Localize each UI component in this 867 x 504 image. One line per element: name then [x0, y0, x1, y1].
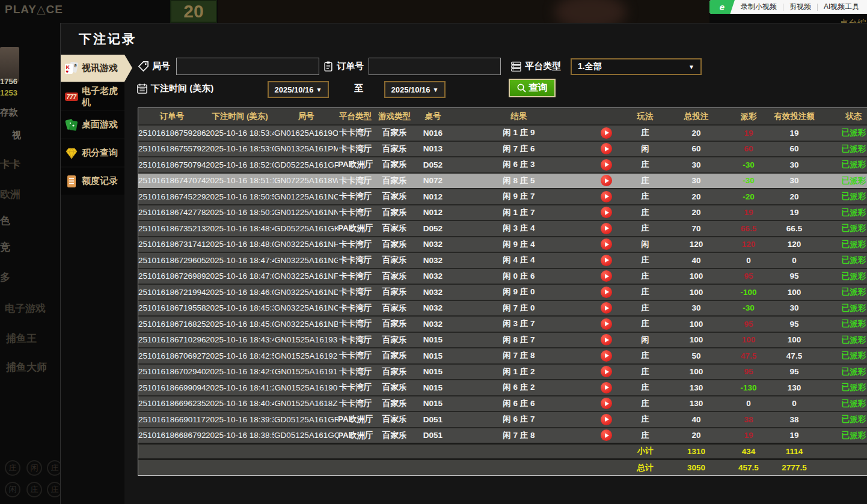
- cell-valid: 19: [771, 428, 818, 444]
- cell-result: 闲 1 庄 9: [450, 125, 588, 141]
- replay-button[interactable]: [601, 287, 612, 298]
- table-row[interactable]: 2510161866867922025-10-16 18:38:54GD0512…: [138, 428, 867, 444]
- cell-platform: 卡卡湾厅: [338, 237, 373, 253]
- table-row[interactable]: 2510161867427782025-10-16 18:50:21GN0122…: [138, 205, 867, 221]
- table-row[interactable]: 2510161867168252025-10-16 18:45:01GN0322…: [138, 316, 867, 332]
- cell-table: N015: [416, 396, 450, 412]
- cell-round: GN01525A16190: [274, 380, 338, 396]
- table-row[interactable]: 2510161866990942025-10-16 18:41:21GN0152…: [138, 380, 867, 396]
- table-row[interactable]: 2510161867592862025-10-16 18:53:47GN0162…: [138, 125, 867, 141]
- table-row[interactable]: 2510161867452292025-10-16 18:50:50GN0122…: [138, 189, 867, 205]
- cell-time: 2025-10-16 18:46:05: [206, 284, 274, 300]
- cell-payout: -20: [726, 189, 771, 205]
- record-clip-button[interactable]: 录制小视频: [735, 2, 783, 12]
- cell-table: N012: [416, 205, 450, 221]
- replay-button[interactable]: [601, 302, 612, 314]
- platform-type-value: 1.全部: [578, 61, 602, 72]
- round-id-input[interactable]: [176, 58, 319, 75]
- cell-play: [588, 141, 624, 157]
- replay-button[interactable]: [601, 255, 612, 266]
- replay-button[interactable]: [601, 398, 612, 409]
- cell-method: 庄: [624, 252, 666, 269]
- cell-platform: 卡卡湾厅: [338, 141, 373, 157]
- date-from-select[interactable]: 2025/10/16 ▼: [268, 81, 329, 98]
- table-row[interactable]: 2510161866901172025-10-16 18:39:36GD0512…: [138, 411, 867, 428]
- table-row[interactable]: 2510161867069272025-10-16 18:42:58GN0152…: [138, 348, 867, 364]
- search-button[interactable]: 查询: [509, 79, 556, 97]
- table-row[interactable]: 2510161867317412025-10-16 18:48:05GN0322…: [138, 237, 867, 253]
- cell-play: [588, 428, 624, 444]
- table-row[interactable]: 2510161867507942025-10-16 18:52:00GD0522…: [138, 157, 867, 173]
- table-row[interactable]: 2510161867195582025-10-16 18:45:33GN0322…: [138, 300, 867, 317]
- cell-method: 闲: [624, 237, 666, 253]
- cell-total: 100: [666, 364, 726, 380]
- cell-valid: 0: [771, 396, 818, 412]
- cell-table: N032: [416, 269, 450, 285]
- replay-button[interactable]: [601, 143, 612, 154]
- platform-type-select[interactable]: 1.全部 ▼: [571, 58, 702, 75]
- replay-button[interactable]: [601, 191, 612, 202]
- sidebar-item-table-games[interactable]: 桌面游戏: [61, 111, 124, 138]
- roadmap-bead: 闲: [5, 482, 20, 497]
- cell-table: D052: [416, 220, 450, 237]
- order-id-input[interactable]: [369, 58, 501, 75]
- replay-button[interactable]: [601, 366, 612, 377]
- cell-result: 闲 0 庄 6: [450, 269, 588, 285]
- table-row[interactable]: 2510161867102962025-10-16 18:43:41GN0152…: [138, 332, 867, 348]
- table-row[interactable]: 2510161867470742025-10-16 18:51:15GN0722…: [138, 173, 867, 189]
- replay-button[interactable]: [601, 318, 612, 330]
- replay-button[interactable]: [601, 175, 612, 186]
- cell-result: 闲 1 庄 2: [450, 364, 588, 380]
- cell-payout: 47.5: [726, 348, 771, 364]
- cell-total: 120: [666, 237, 726, 253]
- replay-button[interactable]: [601, 414, 612, 425]
- cell-status: 已派彩: [818, 189, 867, 205]
- cell-platform: 卡卡湾厅: [338, 316, 373, 332]
- clipboard-icon: [323, 61, 334, 72]
- capture-app-icon[interactable]: e: [709, 0, 735, 14]
- sidebar-item-live-games[interactable]: 9 K ♥ 视讯游戏: [61, 55, 124, 82]
- table-row[interactable]: 2510161867269892025-10-16 18:47:07GN0322…: [138, 269, 867, 285]
- sidebar-item-credit-records[interactable]: 额度记录: [61, 168, 124, 195]
- replay-button[interactable]: [601, 238, 612, 250]
- cut-video-button[interactable]: 剪视频: [783, 2, 817, 12]
- replay-button[interactable]: [601, 207, 612, 218]
- cell-game: 百家乐: [373, 252, 416, 269]
- roadmap-bead: 庄: [26, 482, 42, 497]
- replay-button[interactable]: [601, 127, 612, 139]
- replay-button[interactable]: [601, 159, 612, 171]
- cell-order: 251016186747074: [138, 173, 206, 189]
- table-row[interactable]: 2510161867219942025-10-16 18:46:05GN0322…: [138, 284, 867, 300]
- replay-button[interactable]: [601, 382, 612, 393]
- replay-button[interactable]: [601, 223, 612, 234]
- cell-time: 2025-10-16 18:45:01: [206, 316, 274, 332]
- cell-game: 百家乐: [373, 396, 416, 412]
- cell-platform: 卡卡湾厅: [338, 380, 373, 396]
- replay-button[interactable]: [601, 430, 612, 441]
- cell-payout: 95: [726, 269, 771, 285]
- cell-time: 2025-10-16 18:43:41: [206, 332, 274, 348]
- cell-payout: -130: [726, 380, 771, 396]
- table-row[interactable]: 2510161867557922025-10-16 18:53:04GN0132…: [138, 141, 867, 157]
- cell-round: GD05125A161GQ: [274, 428, 338, 444]
- slot-777-icon: 777: [64, 90, 79, 103]
- table-row[interactable]: 2510161867296052025-10-16 18:47:40GN0322…: [138, 252, 867, 269]
- sidebar-item-points[interactable]: 积分查询: [61, 139, 124, 166]
- cell-table: N072: [416, 173, 450, 189]
- diamond-icon: [64, 147, 79, 160]
- cell-game: 百家乐: [373, 332, 416, 348]
- cell-play: [588, 237, 624, 253]
- sidebar-item-slots[interactable]: 777 电子老虎机: [61, 83, 124, 110]
- sidebar-item-label: 电子老虎机: [82, 85, 124, 108]
- date-to-select[interactable]: 2025/10/16 ▼: [384, 81, 446, 98]
- cell-table: D052: [416, 157, 450, 173]
- cell-round: GN01525A16192: [274, 348, 338, 364]
- table-row[interactable]: 2510161866962352025-10-16 18:40:48GN0152…: [138, 396, 867, 412]
- ai-video-tools-button[interactable]: AI视频工具: [818, 2, 865, 12]
- replay-button[interactable]: [601, 334, 612, 345]
- cell-total: 50: [666, 348, 726, 364]
- replay-button[interactable]: [601, 270, 612, 282]
- table-row[interactable]: 2510161867029402025-10-16 18:42:08GN0152…: [138, 364, 867, 380]
- replay-button[interactable]: [601, 350, 612, 362]
- table-row[interactable]: 2510161867352132025-10-16 18:48:48GD0522…: [138, 220, 867, 237]
